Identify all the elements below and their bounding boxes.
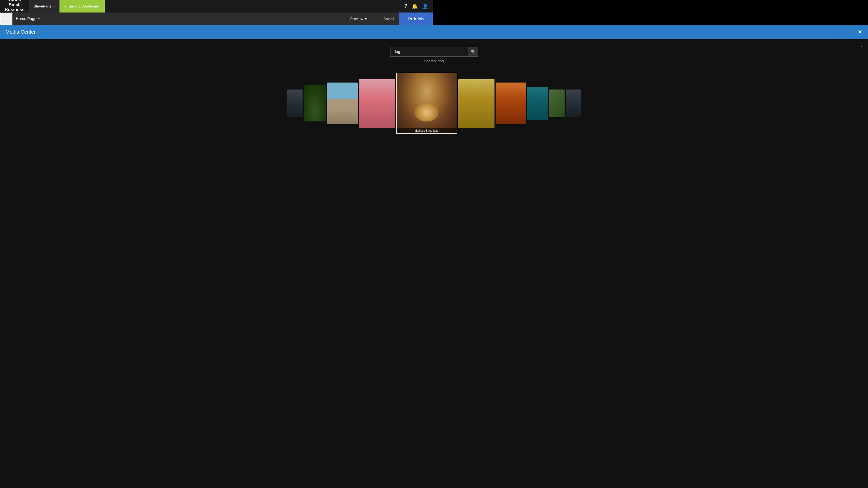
preview-dropdown-icon: ▾ bbox=[365, 17, 367, 21]
media-center-panel: Media Center ✕ x 🔍 Search: dog bbox=[0, 25, 433, 244]
editor-toolbar: ☰ Home Page ▾ | Preview ▾ | Saved Publis… bbox=[0, 12, 433, 25]
image-carousel: Marliese Streefland bbox=[6, 69, 433, 138]
toolbar-divider-2: | bbox=[375, 16, 376, 21]
carousel-item[interactable] bbox=[304, 85, 326, 122]
back-to-dashboard-label: Back to Dashboard bbox=[68, 4, 99, 8]
yahoo-logo: Yahoo Small Business small business bbox=[0, 0, 29, 12]
hamburger-menu-button[interactable]: ☰ bbox=[0, 12, 12, 25]
back-arrow-icon: ‹ bbox=[65, 4, 66, 8]
carousel-image-caption: Marliese Streefland bbox=[397, 128, 433, 133]
media-center-header: Media Center ✕ bbox=[0, 25, 433, 39]
carousel-item[interactable] bbox=[327, 83, 358, 124]
page-title: Home Page bbox=[16, 17, 36, 21]
media-center-title: Media Center bbox=[6, 29, 36, 35]
yahoo-wordmark: Yahoo Small Business bbox=[2, 0, 28, 12]
help-icon[interactable]: ? bbox=[404, 3, 407, 9]
search-result-label: Search: dog bbox=[424, 59, 433, 63]
toolbar-divider-1: | bbox=[341, 16, 342, 21]
preview-label: Preview bbox=[350, 17, 363, 21]
account-chevron-icon: ▾ bbox=[53, 5, 55, 8]
page-title-selector[interactable]: Home Page ▾ bbox=[12, 17, 43, 21]
page-title-dropdown-icon: ▾ bbox=[38, 17, 40, 21]
user-icon[interactable]: 👤 bbox=[422, 3, 428, 9]
carousel-item[interactable] bbox=[287, 90, 303, 117]
notification-icon[interactable]: 🔔 bbox=[412, 3, 418, 9]
account-name: SteveParis bbox=[34, 4, 51, 8]
carousel-item[interactable] bbox=[359, 79, 395, 128]
back-to-dashboard-button[interactable]: ‹ Back to Dashboard bbox=[60, 0, 105, 12]
carousel-image bbox=[287, 90, 303, 117]
nav-right-icons: ? 🔔 👤 bbox=[400, 3, 433, 9]
top-navigation: Yahoo Small Business small business Stev… bbox=[0, 0, 433, 12]
preview-button[interactable]: Preview ▾ bbox=[346, 14, 371, 23]
publish-button[interactable]: Publish bbox=[399, 12, 433, 25]
media-center-body: x 🔍 Search: dog bbox=[0, 39, 433, 244]
carousel-item-center[interactable]: Marliese Streefland bbox=[396, 73, 433, 134]
search-bar: 🔍 bbox=[390, 47, 433, 57]
carousel-image bbox=[359, 79, 395, 128]
saved-status: Saved bbox=[379, 17, 398, 21]
account-switcher[interactable]: SteveParis ▾ bbox=[29, 0, 60, 12]
search-input[interactable] bbox=[390, 47, 433, 57]
carousel-center-image bbox=[397, 73, 433, 133]
carousel-image bbox=[327, 83, 358, 124]
carousel-image bbox=[304, 85, 326, 122]
toolbar-right: | Preview ▾ | Saved Publish bbox=[339, 12, 433, 25]
